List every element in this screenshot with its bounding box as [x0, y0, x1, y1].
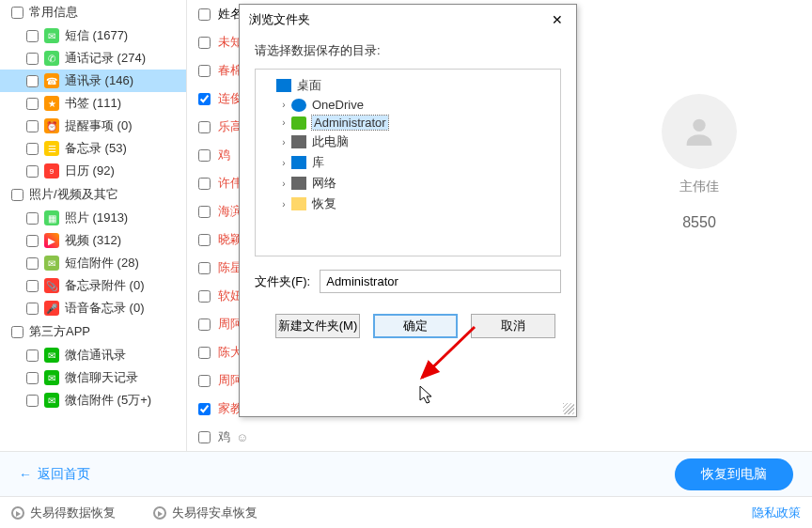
row-checkbox[interactable] — [198, 37, 211, 49]
contact-row[interactable]: 鸡☺ — [187, 423, 812, 451]
ok-button[interactable]: 确定 — [373, 314, 458, 338]
chevron-icon: › — [278, 117, 289, 128]
close-icon[interactable]: ✕ — [548, 10, 567, 29]
select-all-checkbox[interactable] — [198, 8, 211, 21]
back-link[interactable]: ← 返回首页 — [19, 466, 90, 483]
folder-icon — [291, 156, 306, 169]
row-checkbox[interactable] — [198, 121, 211, 133]
sidebar-item-videos[interactable]: ▶视频 (312) — [0, 229, 186, 252]
arrow-left-icon: ← — [19, 467, 32, 482]
item-label: 通讯录 (146) — [65, 72, 133, 89]
note-attach-icon: 📎 — [44, 278, 59, 293]
item-checkbox[interactable] — [26, 349, 39, 362]
row-checkbox[interactable] — [198, 318, 211, 331]
footer-item-android-recovery[interactable]: 失易得安卓恢复 — [153, 505, 258, 521]
recovery-icon — [11, 506, 24, 520]
sidebar-item-calls[interactable]: ✆通话记录 (274) — [0, 47, 186, 70]
sidebar-item-reminders[interactable]: ⏰提醒事项 (0) — [0, 115, 186, 137]
sms-icon: ✉ — [44, 28, 59, 43]
photo-icon: ▦ — [44, 210, 59, 225]
row-checkbox[interactable] — [198, 431, 211, 443]
tree-item[interactable]: ›Administrator — [259, 114, 556, 132]
row-checkbox[interactable] — [198, 234, 211, 246]
row-checkbox[interactable] — [198, 403, 211, 415]
sidebar-item-sms-attach[interactable]: ✉短信附件 (28) — [0, 252, 186, 274]
item-checkbox[interactable] — [26, 98, 39, 110]
resize-grip[interactable] — [563, 403, 574, 414]
row-checkbox[interactable] — [198, 347, 211, 359]
tree-item[interactable]: ›恢复 — [259, 194, 556, 214]
footer-item-data-recovery[interactable]: 失易得数据恢复 — [11, 505, 116, 521]
wechat-icon: ✉ — [44, 348, 59, 363]
item-label: 书签 (111) — [65, 95, 121, 112]
sidebar-item-wechat-chats[interactable]: ✉微信聊天记录 — [0, 366, 186, 389]
folder-tree[interactable]: 桌面›OneDrive›Administrator›此电脑›库›网络›恢复 — [255, 69, 561, 256]
row-checkbox[interactable] — [198, 375, 211, 387]
item-checkbox[interactable] — [26, 212, 39, 225]
tree-item[interactable]: ›此电脑 — [259, 132, 556, 152]
section-title: 照片/视频及其它 — [29, 186, 118, 203]
section-checkbox[interactable] — [11, 326, 23, 338]
row-checkbox[interactable] — [198, 206, 211, 218]
item-checkbox[interactable] — [26, 30, 39, 42]
section-media[interactable]: 照片/视频及其它 — [0, 182, 186, 207]
row-label: 鸡 — [218, 428, 230, 445]
dialog-title-text: 浏览文件夹 — [249, 11, 310, 28]
sidebar-item-notes[interactable]: ☰备忘录 (53) — [0, 137, 186, 160]
sidebar-item-note-attach[interactable]: 📎备忘录附件 (0) — [0, 274, 186, 297]
item-checkbox[interactable] — [26, 372, 39, 384]
section-checkbox[interactable] — [11, 7, 23, 19]
tree-item[interactable]: ›库 — [259, 152, 556, 173]
row-checkbox[interactable] — [198, 65, 211, 77]
tree-item[interactable]: ›网络 — [259, 173, 556, 194]
sidebar-item-bookmarks[interactable]: ★书签 (111) — [0, 92, 186, 115]
chevron-icon: › — [278, 100, 289, 110]
sidebar-item-wechat-attach[interactable]: ✉微信附件 (5万+) — [0, 389, 186, 412]
item-checkbox[interactable] — [26, 53, 39, 65]
folder-icon — [291, 197, 306, 210]
folder-label: 文件夹(F): — [255, 273, 310, 290]
item-checkbox[interactable] — [26, 120, 39, 132]
tree-item[interactable]: ›OneDrive — [259, 96, 556, 114]
row-label: 鸡 — [218, 147, 230, 163]
contacts-icon: ☎ — [44, 73, 59, 88]
section-checkbox[interactable] — [11, 189, 23, 201]
sidebar-item-photos[interactable]: ▦照片 (1913) — [0, 207, 186, 229]
privacy-link[interactable]: 隐私政策 — [752, 505, 801, 521]
section-title: 常用信息 — [29, 4, 78, 21]
tree-label: 桌面 — [297, 77, 321, 94]
item-checkbox[interactable] — [26, 257, 39, 270]
item-checkbox[interactable] — [26, 395, 39, 407]
item-checkbox[interactable] — [26, 235, 39, 247]
item-label: 视频 (312) — [65, 232, 121, 249]
new-folder-button[interactable]: 新建文件夹(M) — [275, 314, 360, 338]
folder-icon — [291, 116, 306, 130]
row-checkbox[interactable] — [198, 93, 211, 105]
row-checkbox[interactable] — [198, 262, 211, 274]
item-checkbox[interactable] — [26, 280, 39, 292]
restore-button[interactable]: 恢复到电脑 — [675, 458, 793, 490]
cancel-button[interactable]: 取消 — [471, 314, 555, 338]
folder-icon — [276, 79, 291, 92]
sidebar-item-wechat-contacts[interactable]: ✉微信通讯录 — [0, 344, 186, 366]
tree-item[interactable]: 桌面 — [259, 75, 556, 96]
section-thirdparty[interactable]: 第三方APP — [0, 319, 186, 344]
item-checkbox[interactable] — [26, 143, 39, 155]
sidebar-item-calendar[interactable]: 9日历 (92) — [0, 160, 186, 182]
section-common[interactable]: 常用信息 — [0, 0, 186, 24]
sidebar-item-voice[interactable]: 🎤语音备忘录 (0) — [0, 297, 186, 319]
sidebar-item-contacts[interactable]: ☎通讯录 (146) — [0, 70, 186, 92]
bookmark-icon: ★ — [44, 96, 59, 111]
contact-detail: 主伟佳 8550 — [605, 94, 793, 329]
row-checkbox[interactable] — [198, 290, 211, 303]
row-checkbox[interactable] — [198, 149, 211, 162]
item-checkbox[interactable] — [26, 165, 39, 178]
row-checkbox[interactable] — [198, 178, 211, 190]
tree-label: Administrator — [312, 116, 388, 130]
item-checkbox[interactable] — [26, 75, 39, 87]
item-checkbox[interactable] — [26, 303, 39, 315]
folder-icon — [291, 177, 306, 190]
folder-input[interactable] — [320, 270, 561, 293]
footer-label: 失易得数据恢复 — [30, 505, 116, 521]
sidebar-item-sms[interactable]: ✉短信 (1677) — [0, 24, 186, 47]
